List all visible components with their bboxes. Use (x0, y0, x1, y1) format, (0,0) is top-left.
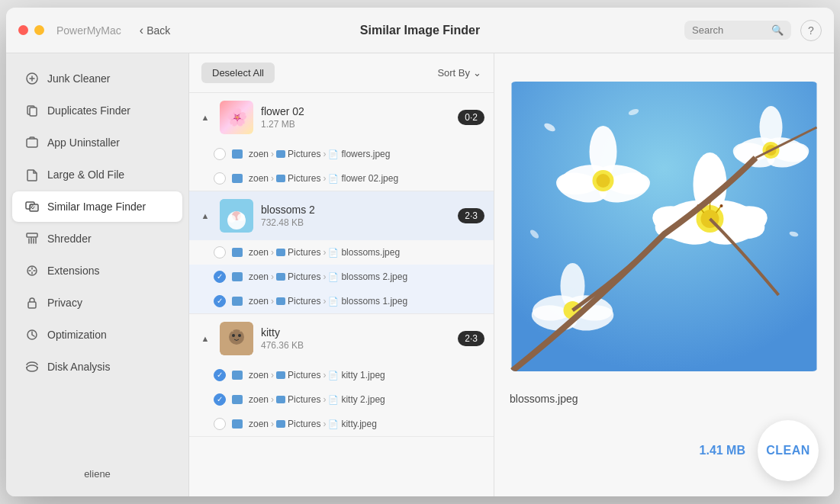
back-button[interactable]: ‹ Back (140, 24, 170, 37)
collapse-icon[interactable]: ▲ (198, 111, 212, 124)
group-flower-02: ▲ 🌸 flower 02 1.27 MB 0·2 (189, 93, 494, 191)
file-checkbox[interactable] (214, 295, 226, 307)
svg-rect-2 (30, 108, 37, 116)
svg-point-15 (228, 215, 236, 223)
close-button[interactable] (18, 25, 28, 35)
preview-panel: blossoms.jpeg 1.41 MB CLEAN (494, 53, 834, 496)
privacy-label: Privacy (47, 297, 82, 309)
folder-icon (276, 249, 285, 256)
file-row[interactable]: zoen › Pictures › 📄 flower 02.jpeg (189, 166, 494, 191)
file-size: 1.41 MB (700, 444, 745, 457)
folder-icon (276, 420, 285, 428)
folder-icon (232, 297, 243, 306)
similar-image-finder-icon (24, 199, 40, 214)
search-input[interactable] (692, 24, 767, 36)
sidebar-item-duplicates-finder[interactable]: Duplicates Finder (12, 95, 182, 126)
extensions-label: Extensions (47, 265, 99, 277)
file-checkbox[interactable] (214, 271, 226, 283)
file-row[interactable]: zoen › Pictures › 📄 blossoms.jpeg (189, 240, 494, 265)
sidebar-item-disk-analysis[interactable]: Disk Analysis (12, 352, 182, 382)
svg-point-16 (237, 213, 245, 221)
sidebar-item-privacy[interactable]: Privacy (12, 287, 182, 318)
sort-by-button[interactable]: Sort By ⌄ (437, 67, 481, 79)
breadcrumb-path: zoen › Pictures › 📄 kitty 1.jpeg (249, 370, 385, 380)
window-title: Similar Image Finder (360, 24, 480, 37)
group-name: flower 02 (261, 105, 458, 117)
folder-icon (232, 149, 243, 159)
titlebar: PowerMyMac ‹ Back Similar Image Finder 🔍… (6, 8, 834, 53)
file-list-panel: Deselect All Sort By ⌄ ▲ 🌸 (189, 53, 494, 496)
filename: flowers.jpeg (341, 149, 390, 159)
file-checkbox[interactable] (214, 246, 226, 258)
file-icon: 📄 (328, 371, 339, 380)
shredder-icon (24, 231, 40, 246)
breadcrumb-path: zoen › Pictures › 📄 kitty.jpeg (249, 419, 377, 429)
optimization-icon (24, 327, 40, 342)
breadcrumb-path: zoen › Pictures › 📄 flower 02.jpeg (249, 173, 398, 184)
optimization-label: Optimization (47, 329, 107, 341)
folder-icon (276, 297, 285, 305)
clean-button[interactable]: CLEAN (758, 420, 819, 481)
duplicates-finder-label: Duplicates Finder (47, 104, 130, 117)
svg-point-33 (720, 204, 723, 207)
group-kitty: ▲ (189, 314, 494, 437)
file-checkbox[interactable] (214, 148, 226, 160)
file-row[interactable]: zoen › Pictures › 📄 kitty.jpeg (189, 412, 494, 436)
preview-bottom: 1.41 MB CLEAN (510, 414, 819, 481)
sidebar-item-junk-cleaner[interactable]: Junk Cleaner (12, 63, 182, 94)
breadcrumb-path: zoen › Pictures › 📄 kitty 2.jpeg (249, 394, 385, 405)
path-text: Pictures (288, 149, 320, 159)
sidebar: Junk Cleaner Duplicates Finder (6, 53, 189, 496)
app-uninstaller-label: App Uninstaller (47, 136, 120, 149)
folder-icon (276, 150, 285, 158)
disk-analysis-icon (24, 359, 40, 374)
filename: blossoms 1.jpeg (341, 296, 407, 307)
minimize-button[interactable] (34, 25, 44, 35)
app-window: PowerMyMac ‹ Back Similar Image Finder 🔍… (6, 8, 834, 496)
group-thumbnail-flower: 🌸 (220, 101, 253, 134)
group-size: 1.27 MB (261, 119, 458, 130)
sidebar-item-app-uninstaller[interactable]: App Uninstaller (12, 127, 182, 158)
file-row[interactable]: zoen › Pictures › 📄 blossoms 1.jpeg (189, 289, 494, 313)
file-row[interactable]: zoen › Pictures › 📄 flowers.jpeg (189, 142, 494, 166)
group-size: 732.48 KB (261, 217, 458, 228)
preview-image-container (510, 69, 819, 384)
collapse-icon[interactable]: ▲ (198, 332, 212, 345)
file-row[interactable]: zoen › Pictures › 📄 kitty 2.jpeg (189, 387, 494, 412)
svg-point-41 (597, 174, 610, 188)
file-checkbox[interactable] (214, 418, 226, 430)
group-name: kitty (261, 326, 458, 339)
group-info: kitty 476.36 KB (261, 326, 458, 351)
sidebar-item-similar-image-finder[interactable]: Similar Image Finder (12, 191, 182, 222)
deselect-all-button[interactable]: Deselect All (201, 63, 275, 83)
toolbar: Deselect All Sort By ⌄ (189, 53, 494, 93)
help-button[interactable]: ? (800, 20, 822, 41)
group-header-blossoms[interactable]: ▲ (189, 191, 494, 240)
group-header-flower-02[interactable]: ▲ 🌸 flower 02 1.27 MB 0·2 (189, 93, 494, 142)
sidebar-item-extensions[interactable]: Extensions (12, 255, 182, 286)
group-size: 476.36 KB (261, 340, 458, 351)
file-checkbox[interactable] (214, 172, 226, 185)
file-icon: 📄 (328, 395, 339, 405)
file-checkbox[interactable] (214, 369, 226, 381)
svg-point-37 (590, 126, 617, 178)
file-icon: 📄 (328, 174, 339, 184)
preview-filename: blossoms.jpeg (510, 393, 819, 405)
sidebar-user: eliene (6, 461, 188, 487)
sort-chevron-icon: ⌄ (473, 67, 481, 79)
sidebar-item-large-old-file[interactable]: Large & Old File (12, 159, 182, 190)
group-info: flower 02 1.27 MB (261, 105, 458, 130)
svg-point-11 (27, 365, 37, 371)
group-header-kitty[interactable]: ▲ (189, 314, 494, 363)
sidebar-item-shredder[interactable]: Shredder (12, 223, 182, 254)
disk-analysis-label: Disk Analysis (47, 361, 110, 373)
sidebar-item-optimization[interactable]: Optimization (12, 319, 182, 350)
file-checkbox[interactable] (214, 393, 226, 406)
collapse-icon[interactable]: ▲ (198, 209, 212, 223)
traffic-lights (18, 25, 44, 35)
breadcrumb-path: zoen › Pictures › 📄 blossoms.jpeg (249, 247, 400, 258)
file-row[interactable]: zoen › Pictures › 📄 kitty 1.jpeg (189, 363, 494, 387)
svg-point-20 (238, 334, 241, 337)
path-text: zoen (249, 149, 269, 159)
file-row[interactable]: zoen › Pictures › 📄 blossoms 2.jpeg (189, 265, 494, 289)
